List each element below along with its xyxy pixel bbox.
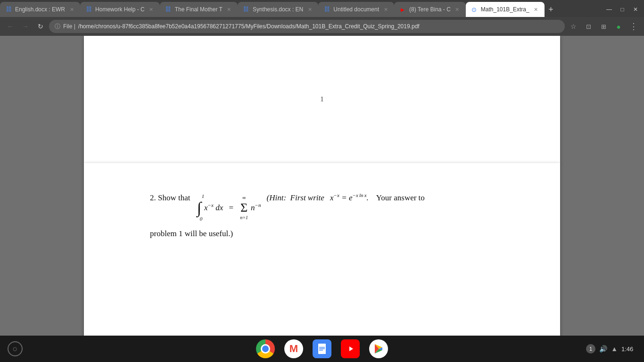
tab-synthesis[interactable]: ☷ Synthesis.docx : EN ✕ <box>238 2 318 17</box>
volume-icon[interactable]: 🔊 <box>599 345 607 353</box>
chrome-icon <box>256 339 275 358</box>
tab-terebina[interactable]: ▶ (8) Tere Bina - C ✕ <box>394 2 466 17</box>
pdf-page-1-content: 1 <box>84 36 560 163</box>
taskbar-playstore[interactable] <box>368 338 389 359</box>
svg-rect-3 <box>319 350 323 351</box>
playstore-icon <box>369 339 388 358</box>
tab-close-homework[interactable]: ✕ <box>148 6 155 13</box>
problem-line-2: problem 1 will be useful.) <box>150 227 494 241</box>
tab-title-english: English.docx : EWR <box>15 6 65 13</box>
page-number-1: 1 <box>321 96 324 103</box>
taskbar-right: 1 🔊 ▲ 1:46 <box>586 344 636 354</box>
new-tab-button[interactable]: + <box>545 3 558 16</box>
tab-math[interactable]: ⊙ Math_101B_Extra_ ✕ <box>466 2 545 17</box>
tab-favicon-finalmother: ☷ <box>165 6 172 13</box>
tab-close-english[interactable]: ✕ <box>68 6 75 13</box>
docs-svg <box>317 343 327 354</box>
gmail-icon: M <box>284 339 303 358</box>
content-area: 1 2. Show that 1 ∫ 0 x−x dx <box>0 36 644 336</box>
taskbar-gmail[interactable]: M <box>283 338 304 359</box>
taskbar-docs[interactable] <box>312 338 332 359</box>
tab-favicon-untitled: ☷ <box>323 6 330 13</box>
tab-close-finalmother[interactable]: ✕ <box>225 6 233 13</box>
pdf-page-1: 1 <box>84 36 560 163</box>
tab-favicon-english: ☷ <box>5 6 12 13</box>
playstore-svg <box>373 343 384 354</box>
tab-favicon-math: ⊙ <box>471 6 478 13</box>
bookmark-button[interactable]: ☆ <box>567 20 580 33</box>
profile-button[interactable]: ● <box>612 20 625 33</box>
window-controls: — □ ✕ <box>604 2 644 17</box>
hint-text: (Hint: First write <box>267 191 327 204</box>
tab-title-math: Math_101B_Extra_ <box>481 6 529 13</box>
taskbar-apps: M <box>255 338 389 359</box>
tab-favicon-homework: ☷ <box>85 6 92 13</box>
circle-icon: ○ <box>13 344 18 354</box>
taskbar-youtube[interactable] <box>340 338 361 359</box>
url-text[interactable]: /home/chronos/u-87f6cc385ba8fee7b52e0a4a… <box>78 23 420 30</box>
svg-rect-2 <box>319 348 325 349</box>
tab-close-synthesis[interactable]: ✕ <box>306 6 314 13</box>
docs-icon <box>313 339 331 358</box>
clock: 1:46 <box>621 346 636 353</box>
tab-homework[interactable]: ☷ Homework Help - C ✕ <box>80 2 160 17</box>
tab-finalmother[interactable]: ☷ The Final Mother T ✕ <box>160 2 238 17</box>
tab-favicon-synthesis: ☷ <box>242 6 250 13</box>
youtube-icon <box>341 339 360 358</box>
tab-favicon-terebina: ▶ <box>399 6 406 13</box>
minimize-button[interactable]: — <box>604 5 614 14</box>
taskbar: ○ M <box>0 336 644 362</box>
tab-english[interactable]: ☷ English.docx : EWR ✕ <box>0 2 80 17</box>
security-icon: ⓘ <box>55 23 60 31</box>
close-button[interactable]: ✕ <box>631 5 640 14</box>
cast-button[interactable]: ⊡ <box>582 20 595 33</box>
yt-svg <box>346 346 355 352</box>
address-bar: ← → ↻ ⓘ File | /home/chronos/u-87f6cc385… <box>0 17 644 36</box>
reload-button[interactable]: ↻ <box>34 20 47 33</box>
pdf-page-2: 2. Show that 1 ∫ 0 x−x dx = <box>84 163 560 336</box>
math-problem-2: 2. Show that 1 ∫ 0 x−x dx = <box>150 191 494 241</box>
taskbar-chrome[interactable] <box>255 338 276 359</box>
svg-marker-4 <box>349 346 353 351</box>
tab-title-terebina: (8) Tere Bina - C <box>409 6 451 13</box>
tab-title-finalmother: The Final Mother T <box>175 6 223 13</box>
tab-title-synthesis: Synthesis.docx : EN <box>253 6 303 13</box>
tab-bar: ☷ English.docx : EWR ✕ ☷ Homework Help -… <box>0 0 644 17</box>
taskbar-circle-button[interactable]: ○ <box>8 341 23 356</box>
battery-icon: ▲ <box>611 345 618 353</box>
svg-rect-1 <box>319 347 325 348</box>
tab-title-homework: Homework Help - C <box>95 6 145 13</box>
tab-close-math[interactable]: ✕ <box>532 6 540 13</box>
notification-indicator[interactable]: 1 <box>586 344 595 354</box>
back-button[interactable]: ← <box>4 20 17 33</box>
screenshot-button[interactable]: ⊞ <box>597 20 610 33</box>
forward-button[interactable]: → <box>19 20 32 33</box>
maximize-button[interactable]: □ <box>618 5 627 14</box>
tab-title-untitled: Untitled document <box>333 6 379 13</box>
menu-button[interactable]: ⋮ <box>627 20 640 33</box>
math-integral: 1 ∫ 0 x−x dx = ∞ Σ n=1 <box>196 191 261 224</box>
tab-close-untitled[interactable]: ✕ <box>382 6 389 13</box>
tab-close-terebina[interactable]: ✕ <box>454 6 461 13</box>
problem-number: 2. Show that <box>150 191 192 204</box>
file-label: File | <box>63 23 75 30</box>
tab-untitled[interactable]: ☷ Untitled document ✕ <box>318 2 394 17</box>
